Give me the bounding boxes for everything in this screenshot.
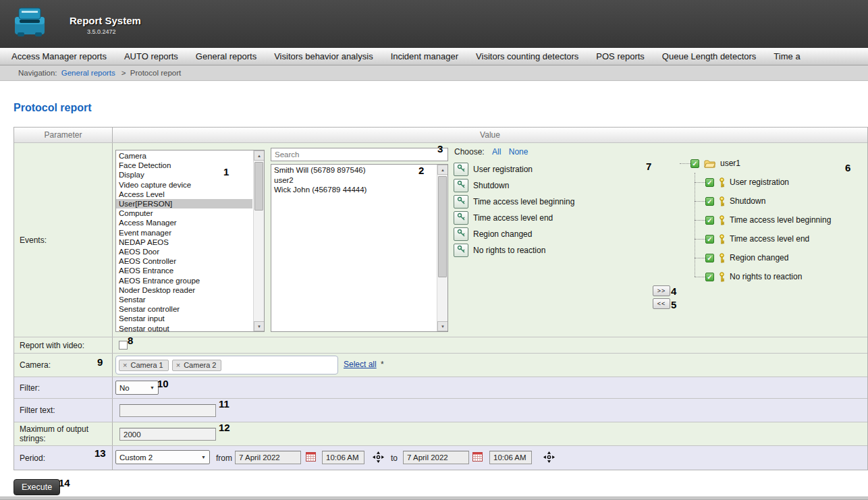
events-label: Events: xyxy=(14,143,113,337)
add-event-button[interactable] xyxy=(454,179,468,192)
main-menu: Access Manager reports AUTO reports Gene… xyxy=(0,48,868,65)
camera-tag-label: Camera 1 xyxy=(130,361,163,369)
search-input[interactable] xyxy=(271,148,448,161)
calendar-icon[interactable] xyxy=(472,452,483,462)
object-type-item[interactable]: Event manager xyxy=(116,228,252,238)
menu-item[interactable]: Queue Length detectors xyxy=(653,48,765,65)
object-type-item[interactable]: AEOS Entrance groupe xyxy=(116,276,252,285)
object-type-item[interactable]: Senstar controller xyxy=(116,304,252,314)
menu-item[interactable]: Visitors counting detectors xyxy=(467,48,587,65)
key-icon xyxy=(457,179,466,192)
filter-select[interactable]: No ▼ xyxy=(115,381,159,395)
menu-item[interactable]: Visitors behavior analysis xyxy=(265,48,381,65)
scroll-down-button[interactable]: ▼ xyxy=(437,321,448,331)
add-event-button[interactable] xyxy=(454,195,468,209)
available-event-label: No rights to reaction xyxy=(473,246,545,255)
select-all-link[interactable]: Select all xyxy=(344,360,377,369)
object-types-list[interactable]: Camera Face Detection Display Video capt… xyxy=(115,150,265,332)
object-type-item[interactable]: Noder Desktop reader xyxy=(116,285,252,295)
key-icon xyxy=(457,163,466,175)
current-time-icon[interactable] xyxy=(373,451,384,463)
menu-item[interactable]: Access Manager reports xyxy=(3,48,115,65)
object-type-item[interactable]: AEOS Entrance xyxy=(116,266,252,275)
object-type-item[interactable]: AEOS Controller xyxy=(116,256,252,266)
objects-list[interactable]: Smith Will (56789 897546) user2 Wick Joh… xyxy=(271,164,448,332)
object-type-item[interactable]: Computer xyxy=(116,209,252,218)
scroll-up-button[interactable]: ▲ xyxy=(437,165,448,175)
report-with-video-checkbox[interactable] xyxy=(119,341,128,350)
object-type-item[interactable]: Access Level xyxy=(116,190,252,199)
remove-tag-icon[interactable]: × xyxy=(176,361,180,369)
to-time-input[interactable] xyxy=(489,451,532,464)
menu-item[interactable]: AUTO reports xyxy=(115,48,187,65)
add-event-button[interactable] xyxy=(454,211,468,225)
scroll-up-button[interactable]: ▲ xyxy=(254,150,265,161)
object-types-scrollbar[interactable]: ▲ ▼ xyxy=(253,150,264,331)
choose-none-link[interactable]: None xyxy=(509,147,528,157)
execute-button[interactable]: Execute xyxy=(13,479,60,495)
period-preset-select[interactable]: Custom 2 ▼ xyxy=(115,450,210,464)
calendar-icon[interactable] xyxy=(306,452,316,462)
choose-all-link[interactable]: All xyxy=(492,147,501,157)
objects-scrollbar[interactable]: ▲ ▼ xyxy=(437,165,447,331)
remove-selected-button[interactable]: << xyxy=(653,298,670,309)
tree-node-checkbox[interactable]: ✓ xyxy=(705,178,714,187)
tree-node-checkbox[interactable]: ✓ xyxy=(705,273,714,281)
remove-tag-icon[interactable]: × xyxy=(123,361,127,369)
object-type-item[interactable]: User[PERSON] xyxy=(116,199,252,209)
object-type-item[interactable]: Display xyxy=(116,170,252,179)
tree-child-node: ✓ xyxy=(673,229,868,248)
tree-node-checkbox[interactable]: ✓ xyxy=(705,216,714,225)
tree-root-checkbox[interactable]: ✓ xyxy=(690,159,699,168)
object-type-item[interactable]: Senstar xyxy=(116,295,252,304)
callout-12: 12 xyxy=(219,422,230,433)
breadcrumb-link-general-reports[interactable]: General reports xyxy=(61,69,115,77)
tree-node-checkbox[interactable]: ✓ xyxy=(705,197,714,206)
object-type-item[interactable]: NEDAP AEOS xyxy=(116,238,252,247)
object-type-item[interactable]: Face Detection xyxy=(116,161,252,170)
from-date-input[interactable] xyxy=(235,451,301,464)
add-event-button[interactable] xyxy=(454,244,468,257)
tree-child-node: ✓ xyxy=(673,211,868,229)
tree-node-checkbox[interactable]: ✓ xyxy=(705,235,714,244)
camera-tag: × Camera 2 xyxy=(172,360,222,371)
from-time-input[interactable] xyxy=(322,451,364,464)
row-period: Period: Custom 2 ▼ from xyxy=(14,446,867,470)
add-event-button[interactable] xyxy=(454,163,468,176)
row-filter-text: Filter text: xyxy=(14,399,867,422)
scroll-down-button[interactable]: ▼ xyxy=(254,321,265,331)
object-type-item[interactable]: Access Manager xyxy=(116,218,252,227)
menu-item[interactable]: Incident manager xyxy=(382,48,467,65)
max-strings-input[interactable] xyxy=(119,428,216,441)
callout-3: 3 xyxy=(437,143,443,155)
object-item[interactable]: Smith Will (56789 897546) xyxy=(271,165,436,175)
scroll-thumb[interactable] xyxy=(254,162,263,211)
current-time-icon[interactable] xyxy=(543,451,555,463)
key-icon xyxy=(719,215,725,225)
menu-item[interactable]: General reports xyxy=(187,48,265,65)
tree-child-node: ✓ xyxy=(673,267,868,286)
object-type-item[interactable]: Camera xyxy=(116,151,252,161)
tree-connector xyxy=(695,258,705,258)
filter-text-input[interactable] xyxy=(119,404,216,417)
filter-label: Filter: xyxy=(14,377,113,398)
key-icon xyxy=(719,234,725,244)
object-item[interactable]: Wick John (456789 44444) xyxy=(271,185,436,195)
add-selected-button[interactable]: >> xyxy=(653,285,670,296)
from-label: from xyxy=(216,453,232,463)
object-type-item[interactable]: Senstar output xyxy=(116,324,252,332)
add-event-button[interactable] xyxy=(454,227,468,241)
menu-item[interactable]: POS reports xyxy=(587,48,653,65)
menu-item[interactable]: Time a xyxy=(765,48,809,65)
tree-node-checkbox[interactable]: ✓ xyxy=(705,254,714,262)
object-type-item[interactable]: AEOS Door xyxy=(116,247,252,256)
available-event-label: User registration xyxy=(473,165,533,174)
object-type-item[interactable]: Senstar input xyxy=(116,314,252,323)
object-type-item[interactable]: Video capture device xyxy=(116,180,252,190)
callout-8: 8 xyxy=(128,335,133,346)
object-item[interactable]: user2 xyxy=(271,175,436,186)
search-box xyxy=(271,148,448,161)
camera-tag-input[interactable]: × Camera 1 × Camera 2 xyxy=(115,356,338,374)
scroll-thumb[interactable] xyxy=(438,176,447,277)
to-date-input[interactable] xyxy=(403,451,469,464)
